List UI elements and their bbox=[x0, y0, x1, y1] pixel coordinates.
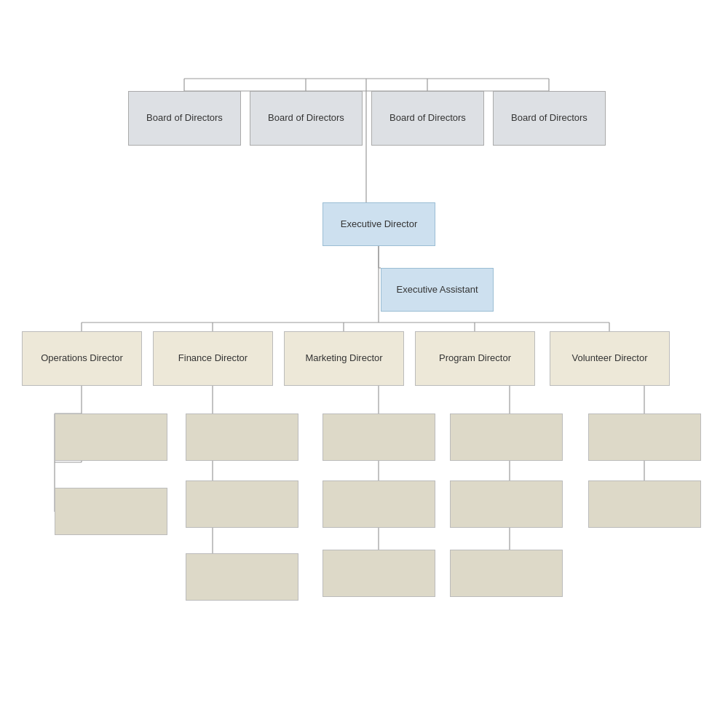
prog-sub-1 bbox=[450, 414, 563, 461]
prog-sub-3 bbox=[450, 550, 563, 597]
finance-director-node: Finance Director bbox=[153, 331, 273, 386]
org-chart: Board of Directors Board of Directors Bo… bbox=[0, 0, 728, 728]
operations-director-node: Operations Director bbox=[22, 331, 142, 386]
mkt-sub-3 bbox=[323, 550, 435, 597]
fin-sub-1 bbox=[186, 414, 298, 461]
marketing-director-node: Marketing Director bbox=[284, 331, 404, 386]
ops-sub-2 bbox=[55, 488, 167, 535]
executive-assistant-node: Executive Assistant bbox=[381, 268, 494, 312]
fin-sub-2 bbox=[186, 480, 298, 528]
prog-sub-2 bbox=[450, 480, 563, 528]
program-director-node: Program Director bbox=[415, 331, 535, 386]
executive-director-node: Executive Director bbox=[323, 202, 435, 246]
vol-sub-1 bbox=[588, 414, 701, 461]
board-node-3: Board of Directors bbox=[371, 91, 484, 146]
ops-sub-1 bbox=[55, 414, 167, 461]
mkt-sub-1 bbox=[323, 414, 435, 461]
board-node-2: Board of Directors bbox=[250, 91, 363, 146]
board-node-1: Board of Directors bbox=[128, 91, 241, 146]
vol-sub-2 bbox=[588, 480, 701, 528]
volunteer-director-node: Volunteer Director bbox=[550, 331, 670, 386]
mkt-sub-2 bbox=[323, 480, 435, 528]
board-node-4: Board of Directors bbox=[493, 91, 606, 146]
fin-sub-3 bbox=[186, 553, 298, 601]
